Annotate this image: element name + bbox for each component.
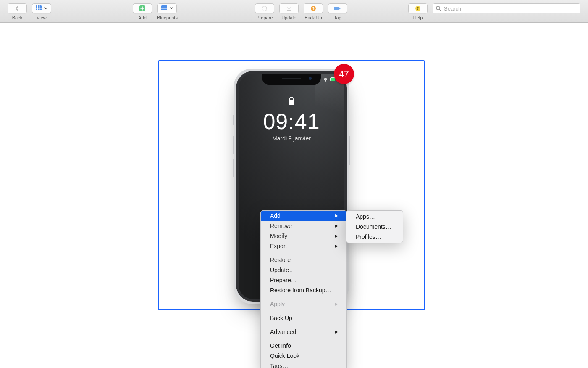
menu-item-remove[interactable]: Remove ▶	[261, 221, 346, 231]
blueprint-icon	[161, 5, 168, 11]
menu-item-label: Documents…	[356, 223, 391, 230]
chevron-down-icon	[170, 7, 173, 10]
blueprints-label: Blueprints	[157, 15, 178, 20]
svg-rect-0	[36, 5, 42, 10]
menu-item-quick-look[interactable]: Quick Look	[261, 351, 346, 361]
submenu-item-profiles[interactable]: Profiles…	[346, 232, 403, 242]
help-icon: ?	[415, 5, 421, 11]
backup-label: Back Up	[304, 15, 322, 20]
toolbar-add-group: Add	[133, 3, 152, 20]
submenu-arrow-icon: ▶	[335, 328, 338, 336]
menu-item-apply: Apply ▶	[261, 299, 346, 309]
menu-item-label: Tags…	[270, 362, 289, 368]
help-button[interactable]: ?	[408, 3, 428, 13]
chevron-left-icon	[15, 6, 19, 11]
toolbar-help-group: ? Help	[408, 3, 428, 20]
submenu-item-documents[interactable]: Documents…	[346, 222, 403, 232]
search-input[interactable]	[433, 3, 580, 13]
menu-separator	[261, 253, 346, 253]
tag-button[interactable]	[328, 3, 347, 13]
wifi-icon	[323, 77, 328, 81]
menu-item-tags[interactable]: Tags…	[261, 361, 346, 368]
menu-separator	[261, 311, 346, 311]
tag-label: Tag	[334, 15, 341, 20]
menu-separator	[261, 339, 346, 339]
menu-item-label: Quick Look	[270, 352, 299, 360]
submenu-arrow-icon: ▶	[335, 232, 338, 240]
menu-item-advanced[interactable]: Advanced ▶	[261, 327, 346, 337]
toolbar: Back View	[0, 0, 588, 23]
menu-item-update[interactable]: Update…	[261, 265, 346, 275]
svg-rect-19	[289, 100, 294, 105]
menu-item-label: Modify	[270, 232, 287, 240]
blueprints-button[interactable]	[158, 3, 177, 13]
menu-item-label: Profiles…	[356, 233, 381, 241]
svg-text:?: ?	[417, 6, 419, 11]
toolbar-tag-group: Tag	[328, 3, 347, 20]
view-label: View	[37, 15, 47, 20]
phone-time: 09:41	[239, 109, 344, 134]
menu-item-restore[interactable]: Restore	[261, 255, 346, 265]
tag-icon	[334, 6, 341, 11]
toolbar-blueprints-group: Blueprints	[157, 3, 178, 20]
menu-item-label: Remove	[270, 222, 292, 230]
toolbar-prepare-group: Prepare	[255, 3, 274, 20]
backup-button[interactable]	[304, 3, 323, 13]
back-label: Back	[12, 15, 22, 20]
menu-item-label: Restore from Backup…	[270, 286, 331, 294]
help-label: Help	[413, 15, 423, 20]
arrow-up-circle-icon	[310, 5, 316, 11]
add-button[interactable]	[133, 3, 152, 13]
menu-item-label: Update…	[270, 266, 295, 274]
phone-date: Mardi 9 janvier	[239, 135, 344, 142]
menu-item-export[interactable]: Export ▶	[261, 241, 346, 251]
svg-point-11	[262, 6, 267, 11]
svg-rect-6	[161, 5, 167, 10]
plus-icon	[139, 5, 145, 11]
add-label: Add	[138, 15, 147, 20]
svg-rect-12	[287, 10, 291, 11]
svg-point-18	[325, 81, 326, 82]
menu-item-restore-from-backup[interactable]: Restore from Backup…	[261, 285, 346, 295]
toolbar-backup-group: Back Up	[304, 3, 323, 20]
menu-item-label: Get Info	[270, 342, 291, 349]
prepare-button[interactable]	[255, 3, 274, 13]
device-canvas: 09:41 Mardi 9 janvier 47 Add ▶ Remove ▶ …	[0, 23, 588, 368]
menu-item-label: Export	[270, 242, 287, 250]
view-button[interactable]	[32, 3, 51, 13]
menu-separator	[261, 297, 346, 297]
menu-item-label: Restore	[270, 256, 291, 264]
submenu-arrow-icon: ▶	[335, 212, 338, 220]
menu-item-add[interactable]: Add ▶	[261, 211, 346, 221]
search-icon	[436, 5, 441, 11]
menu-item-back-up[interactable]: Back Up	[261, 313, 346, 323]
menu-item-label: Apps…	[356, 213, 375, 220]
prepare-label: Prepare	[256, 15, 273, 20]
phone-notch	[262, 74, 321, 85]
menu-item-label: Back Up	[270, 314, 292, 322]
toolbar-back-group: Back	[8, 3, 27, 20]
submenu-arrow-icon: ▶	[335, 300, 338, 308]
context-menu: Add ▶ Remove ▶ Modify ▶ Export ▶ Restore…	[260, 210, 347, 368]
menu-item-get-info[interactable]: Get Info	[261, 341, 346, 351]
toolbar-update-group: Update	[279, 3, 299, 20]
menu-item-label: Apply	[270, 300, 285, 308]
update-button[interactable]	[279, 3, 299, 13]
submenu-item-apps[interactable]: Apps…	[346, 212, 403, 222]
menu-item-modify[interactable]: Modify ▶	[261, 231, 346, 241]
grid-icon	[36, 5, 42, 11]
device-badge: 47	[334, 64, 354, 84]
menu-item-prepare[interactable]: Prepare…	[261, 275, 346, 285]
update-label: Update	[281, 15, 296, 20]
svg-line-17	[439, 9, 441, 11]
gear-ring-icon	[261, 5, 268, 12]
toolbar-view-group: View	[32, 3, 51, 20]
context-submenu: Apps… Documents… Profiles…	[346, 210, 403, 243]
chevron-down-icon	[44, 7, 47, 10]
submenu-arrow-icon: ▶	[335, 222, 338, 230]
menu-item-label: Add	[270, 212, 281, 220]
menu-item-label: Advanced	[270, 328, 296, 336]
back-button[interactable]	[8, 3, 27, 13]
menu-separator	[261, 325, 346, 325]
lock-icon	[288, 96, 295, 107]
